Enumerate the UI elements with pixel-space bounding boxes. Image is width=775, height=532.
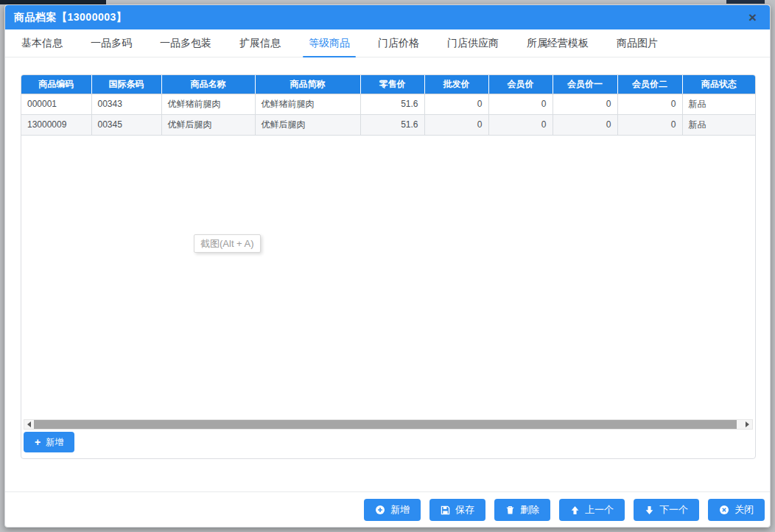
tab-基本信息[interactable]: 基本信息: [20, 29, 64, 57]
tab-一品多包装[interactable]: 一品多包装: [158, 29, 213, 57]
table-cell[interactable]: 优鲜后腿肉: [255, 114, 360, 135]
plus-icon: +: [35, 436, 41, 448]
column-header[interactable]: 商品状态: [682, 75, 755, 94]
scroll-left-icon[interactable]: [24, 420, 34, 429]
screenshot-hotkey-tooltip: 截图(Alt + A): [194, 234, 261, 253]
tab-扩展信息[interactable]: 扩展信息: [238, 29, 282, 57]
trash-icon: [505, 505, 515, 515]
scroll-right-icon[interactable]: [743, 420, 752, 429]
column-header[interactable]: 商品编码: [21, 75, 91, 94]
tab-门店价格[interactable]: 门店价格: [376, 29, 421, 57]
table-header: 商品编码国际条码商品名称商品简称零售价批发价会员价会员价一会员价二商品状态: [21, 75, 755, 94]
horizontal-scrollbar[interactable]: [24, 419, 753, 430]
add-row-button-label: 新增: [46, 436, 63, 449]
table-cell[interactable]: 0: [553, 114, 617, 135]
column-header[interactable]: 会员价二: [617, 75, 682, 94]
scrollbar-thumb[interactable]: [34, 420, 737, 429]
arrow-down-icon: [645, 505, 654, 515]
arrow-up-icon: [570, 505, 580, 515]
上一个-button[interactable]: 上一个: [559, 499, 625, 521]
table-cell[interactable]: 0: [488, 114, 553, 135]
table-cell[interactable]: 000001: [21, 94, 91, 114]
table-cell[interactable]: 0: [553, 94, 617, 114]
dialog-title: 商品档案【13000003】: [14, 11, 127, 24]
button-label: 关闭: [734, 503, 754, 517]
table-cell[interactable]: 优鲜后腿肉: [161, 114, 255, 135]
column-header[interactable]: 商品名称: [161, 75, 255, 94]
table-row[interactable]: 1300000900345优鲜后腿肉优鲜后腿肉51.60000新品: [21, 114, 755, 135]
column-header[interactable]: 国际条码: [91, 75, 161, 94]
column-header[interactable]: 批发价: [424, 75, 488, 94]
tab-等级商品[interactable]: 等级商品: [307, 29, 351, 57]
tab-商品图片[interactable]: 商品图片: [615, 29, 659, 57]
button-label: 保存: [455, 503, 474, 517]
dialog-titlebar: 商品档案【13000003】 ×: [5, 5, 770, 29]
table-cell[interactable]: 00345: [91, 114, 161, 135]
close-circle-icon: [719, 505, 729, 515]
下一个-button[interactable]: 下一个: [634, 499, 699, 521]
column-header[interactable]: 会员价一: [553, 75, 617, 94]
table-cell[interactable]: 0: [424, 114, 488, 135]
close-icon[interactable]: ×: [744, 10, 761, 24]
column-header[interactable]: 会员价: [488, 75, 553, 94]
button-label: 新增: [390, 503, 410, 517]
tab-门店供应商[interactable]: 门店供应商: [446, 29, 500, 57]
table-cell[interactable]: 优鲜猪前腿肉: [161, 94, 255, 114]
tab-bar: 基本信息一品多码一品多包装扩展信息等级商品门店价格门店供应商所属经营模板商品图片: [5, 29, 770, 57]
button-label: 上一个: [585, 503, 614, 517]
button-label: 下一个: [659, 503, 688, 517]
table-cell[interactable]: 51.6: [360, 114, 424, 135]
plus-circle-icon: [375, 505, 385, 515]
grade-product-grid-panel: 商品编码国际条码商品名称商品简称零售价批发价会员价会员价一会员价二商品状态 00…: [21, 74, 756, 459]
column-header[interactable]: 零售价: [360, 75, 424, 94]
tab-所属经营模板[interactable]: 所属经营模板: [525, 29, 590, 57]
table-cell[interactable]: 13000009: [21, 114, 91, 135]
save-icon: [441, 505, 450, 515]
grade-product-table: 商品编码国际条码商品名称商品简称零售价批发价会员价会员价一会员价二商品状态 00…: [21, 75, 755, 136]
table-cell[interactable]: 0: [617, 114, 682, 135]
add-row-button[interactable]: + 新增: [24, 432, 74, 452]
table-cell[interactable]: 新品: [682, 94, 755, 114]
table-cell[interactable]: 51.6: [360, 94, 424, 114]
新增-button[interactable]: 新增: [364, 499, 421, 521]
关闭-button[interactable]: 关闭: [708, 499, 765, 521]
保存-button[interactable]: 保存: [429, 499, 485, 521]
table-cell[interactable]: 00343: [91, 94, 161, 114]
table-cell[interactable]: 优鲜猪前腿肉: [255, 94, 360, 114]
tab-一品多码[interactable]: 一品多码: [89, 29, 133, 57]
tooltip-text: 截图(Alt + A): [200, 237, 254, 251]
dialog-footer: 新增保存删除上一个下一个关闭: [5, 491, 770, 528]
table-cell[interactable]: 新品: [682, 114, 755, 135]
product-file-dialog: 商品档案【13000003】 × 基本信息一品多码一品多包装扩展信息等级商品门店…: [4, 4, 771, 528]
删除-button[interactable]: 删除: [494, 499, 550, 521]
button-label: 删除: [520, 503, 539, 517]
table-cell[interactable]: 0: [424, 94, 488, 114]
background-window-artifact: [726, 0, 765, 4]
table-cell[interactable]: 0: [617, 94, 682, 114]
table-cell[interactable]: 0: [488, 94, 553, 114]
table-row[interactable]: 00000100343优鲜猪前腿肉优鲜猪前腿肉51.60000新品: [21, 94, 755, 114]
column-header[interactable]: 商品简称: [255, 75, 360, 94]
